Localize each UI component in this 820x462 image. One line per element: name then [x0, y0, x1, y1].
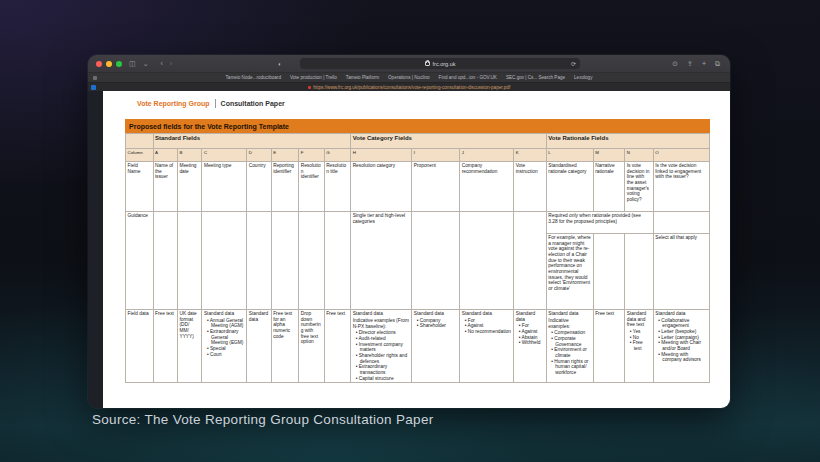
forward-icon[interactable]: ›: [170, 60, 172, 67]
lock-icon: [425, 61, 430, 66]
table-cell: O: [653, 149, 709, 162]
table-cell: [299, 212, 324, 310]
address-text: frc.org.uk: [433, 61, 456, 67]
table-cell: Standard dataIndicative examples (From N…: [351, 310, 412, 383]
page-title: Consultation Paper: [221, 100, 285, 107]
table-cell: Vote Rationale Fields: [546, 134, 709, 149]
browser-content: Vote Reporting Group Consultation Paper …: [88, 91, 730, 408]
bookmark-favicon-icon[interactable]: [93, 76, 97, 80]
table-cell: [324, 212, 351, 310]
table-cell: E: [271, 149, 299, 162]
table-cell: Meeting date: [177, 162, 201, 212]
table-cell: [247, 212, 271, 310]
bookmark-item[interactable]: SEC.gov | Cs... Search Page: [506, 75, 565, 80]
table-cell: Drop down numbering with free text optio…: [299, 310, 324, 383]
table-cell: L: [546, 149, 593, 162]
table-cell: Select all that apply: [653, 234, 709, 310]
bookmark-item[interactable]: Operations | Nuclino: [388, 75, 430, 80]
sidebar-icon[interactable]: ◫: [129, 60, 136, 67]
table-cell: Standard data: [247, 310, 271, 383]
table-cell: Free text: [153, 310, 177, 383]
address-bar[interactable]: ◐ frc.org.uk ⟳: [300, 58, 580, 69]
table-cell: [153, 212, 177, 310]
header-divider: [215, 99, 216, 108]
table-cell: A: [153, 149, 177, 162]
caption: Source: The Vote Reporting Group Consult…: [92, 412, 434, 427]
table-cell: [271, 212, 299, 310]
table-cell: Meeting type: [202, 162, 247, 212]
table-cell: H: [351, 149, 412, 162]
table-cell: Field Name: [126, 162, 154, 212]
table-row: GuidanceSingle tier and high-level categ…: [126, 212, 710, 234]
table-cell: Standard Fields: [153, 134, 351, 149]
table-row: ColumnABCDEFGHIJKLMNO: [126, 149, 710, 162]
table-cell: Standard dataForAgainstAbstainWithheld: [514, 310, 547, 383]
table-cell: Company recommendation: [460, 162, 514, 212]
new-tab-icon[interactable]: +: [702, 60, 706, 67]
bookmark-item[interactable]: Find and upd...ion - GOV.UK: [439, 75, 497, 80]
pdf-favicon-icon: [308, 86, 312, 90]
table-cell: Resolution title: [324, 162, 351, 212]
table-cell: Required only when rationale provided (s…: [546, 212, 653, 234]
table-cell: Standard dataForAgainstNo recommendation: [460, 310, 514, 383]
table-cell: Is the vote decision linked to engagemen…: [653, 162, 709, 212]
table-cell: Vote Category Fields: [351, 134, 547, 149]
chevron-down-icon[interactable]: ⌄: [143, 60, 149, 67]
back-icon[interactable]: ‹: [161, 60, 163, 67]
minimize-button[interactable]: [106, 61, 112, 67]
table-cell: Standard dataIndicative examples:Compens…: [546, 310, 593, 383]
table-cell: Reporting identifier: [271, 162, 299, 212]
table-cell: Resolution identifier: [299, 162, 324, 212]
table-cell: [653, 212, 709, 234]
close-button[interactable]: [96, 61, 102, 67]
zoom-button[interactable]: [116, 61, 122, 67]
table-cell: Free text: [593, 310, 625, 383]
table-cell: [593, 234, 625, 310]
table-cell: K: [514, 149, 547, 162]
table-cell: UK date format (DD/ MM/ YYYY): [177, 310, 201, 383]
table-row: Field dataFree textUK date format (DD/ M…: [126, 310, 710, 383]
browser-titlebar: ◫ ⌄ ‹ › ◐ frc.org.uk ⟳ ⊙ ⇪ + ⧉: [88, 55, 730, 72]
bookmarks-bar: Tameio Node...roductboard Vote productio…: [88, 72, 730, 82]
table-cell: [202, 212, 247, 310]
table-cell: Free text: [324, 310, 351, 383]
pinned-tab-icon[interactable]: [91, 85, 96, 90]
browser-window: ◫ ⌄ ‹ › ◐ frc.org.uk ⟳ ⊙ ⇪ + ⧉ Tameio No…: [88, 55, 730, 408]
document-header: Vote Reporting Group Consultation Paper: [137, 96, 730, 110]
table-cell: Guidance: [126, 212, 154, 310]
window-controls: [96, 61, 122, 67]
table-cell: Standardised rationale category: [546, 162, 593, 212]
table-cell: M: [593, 149, 625, 162]
table-cell: G: [324, 149, 351, 162]
table-cell: Standard dataAnnual General Meeting (AGM…: [202, 310, 247, 383]
table-banner: Proposed fields for the Vote Reporting T…: [125, 119, 710, 133]
table-cell: [126, 134, 154, 149]
tab-overview-icon[interactable]: ⧉: [715, 60, 720, 68]
table-cell: C: [202, 149, 247, 162]
privacy-shield-icon[interactable]: ◐: [278, 61, 282, 67]
bookmark-item[interactable]: Lexology: [574, 75, 592, 80]
table-cell: J: [460, 149, 514, 162]
table-body: Standard FieldsVote Category FieldsVote …: [126, 134, 710, 383]
table-cell: Standard dataCollaborative engagementLet…: [653, 310, 709, 383]
table-cell: Vote instruction: [514, 162, 547, 212]
tab-url: https://www.frc.org.uk/publications/cons…: [313, 85, 510, 90]
table-cell: Is vote decision in line with the asset …: [625, 162, 654, 212]
table-cell: Proponent: [412, 162, 460, 212]
share-icon[interactable]: ⇪: [687, 60, 693, 68]
toolbar-right: ⊙ ⇪ + ⧉: [672, 55, 720, 72]
table-cell: F: [299, 149, 324, 162]
table-cell: [514, 212, 547, 310]
bookmark-item[interactable]: Vote production | Trello: [290, 75, 337, 80]
table-cell: [460, 212, 514, 310]
bookmark-item[interactable]: Tameio Platform: [346, 75, 379, 80]
reload-icon[interactable]: ⟳: [571, 60, 576, 67]
table-cell: N: [625, 149, 654, 162]
downloads-icon[interactable]: ⊙: [672, 60, 678, 68]
active-tab[interactable]: https://www.frc.org.uk/publications/cons…: [308, 85, 510, 90]
table-row: Field NameName of the issuerMeeting date…: [126, 162, 710, 212]
table-row: Standard FieldsVote Category FieldsVote …: [126, 134, 710, 149]
pdf-page: Vote Reporting Group Consultation Paper …: [103, 91, 730, 408]
bookmark-item[interactable]: Tameio Node...roductboard: [226, 75, 281, 80]
table-cell: B: [177, 149, 201, 162]
